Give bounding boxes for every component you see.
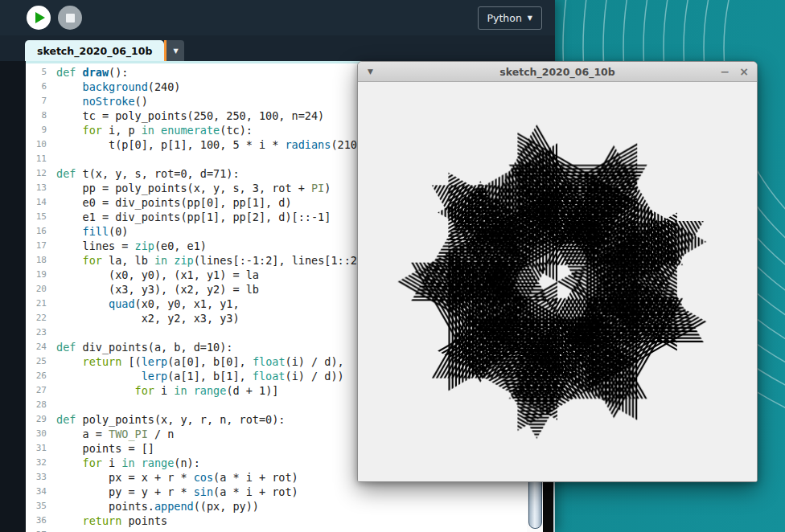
line-number: 10 <box>26 137 47 152</box>
window-menu-icon[interactable]: ▼ <box>368 68 373 76</box>
code-line-text[interactable]: points.append((px, py)) <box>26 499 259 514</box>
line-number: 16 <box>26 224 47 239</box>
chevron-down-icon: ▼ <box>528 14 532 22</box>
line-number: 26 <box>26 369 47 383</box>
line-number: 11 <box>26 152 47 166</box>
editor-toolbar: Python ▼ <box>0 0 555 35</box>
line-number: 7 <box>26 94 47 108</box>
mode-label: Python <box>487 12 522 24</box>
line-number: 5 <box>26 65 47 80</box>
code-line-text[interactable]: t(p[0], p[1], 100, 5 * i * radians(210)) <box>26 137 370 152</box>
code-line-text[interactable]: return points <box>26 514 167 528</box>
line-number: 36 <box>26 514 47 528</box>
line-number: 22 <box>26 311 47 325</box>
line-number: 15 <box>26 210 47 224</box>
tab-label: sketch_2020_06_10b <box>37 45 152 57</box>
code-line-text[interactable]: pp = poly_points(x, y, s, 3, rot + PI) <box>26 181 331 195</box>
code-line-text[interactable]: for i in range(d + 1)] <box>26 383 278 398</box>
code-line-text[interactable]: (x0, y0), (x1, y1) = la <box>26 268 259 282</box>
line-number: 25 <box>26 354 47 369</box>
tab-sketch[interactable]: sketch_2020_06_10b <box>25 40 164 61</box>
line-number: 24 <box>26 340 47 354</box>
line-number: 34 <box>26 485 47 499</box>
line-number: 9 <box>26 123 47 137</box>
line-number: 21 <box>26 297 47 311</box>
sketch-canvas-area <box>358 82 757 481</box>
code-line[interactable]: 36 return points <box>26 514 527 528</box>
stop-button[interactable] <box>58 6 82 30</box>
window-controls: − × <box>721 66 749 77</box>
line-number: 20 <box>26 282 47 297</box>
sketch-canvas <box>358 82 757 481</box>
code-line-text[interactable]: tc = poly_points(250, 250, 100, n=24) <box>26 108 324 123</box>
code-line-text[interactable]: a = TWO_PI / n <box>26 427 174 441</box>
code-line-text[interactable]: lines = zip(e0, e1) <box>26 239 207 253</box>
line-number: 8 <box>26 108 47 123</box>
minimize-button[interactable]: − <box>721 66 730 77</box>
code-line-text[interactable]: def poly_points(x, y, r, n, rot=0): <box>26 412 285 427</box>
line-number: 28 <box>26 398 47 412</box>
line-number: 6 <box>26 80 47 94</box>
tab-menu-button[interactable]: ▼ <box>166 40 184 61</box>
tab-bar: sketch_2020_06_10b ▼ <box>0 35 555 61</box>
code-line-text[interactable]: def t(x, y, s, rot=0, d=71): <box>26 166 240 181</box>
sketch-window-titlebar[interactable]: ▼ sketch_2020_06_10b − × <box>358 62 757 82</box>
line-number: 13 <box>26 181 47 195</box>
code-line-text[interactable]: quad(x0, y0, x1, y1, <box>26 297 240 311</box>
code-line-text[interactable]: for la, lb in zip(lines[:-1:2], lines[1:… <box>26 253 376 268</box>
code-line-text[interactable]: (x3, y3), (x2, y2) = lb <box>26 282 259 297</box>
code-line-text[interactable]: def div_points(a, b, d=10): <box>26 340 232 354</box>
code-line[interactable]: 37 <box>26 528 527 532</box>
code-line-text[interactable]: lerp(a[1], b[1], float(i) / d)) <box>26 369 344 383</box>
code-line-text[interactable]: px = x + r * cos(a * i + rot) <box>26 470 298 485</box>
mode-selector-button[interactable]: Python ▼ <box>478 6 543 30</box>
line-number: 30 <box>26 427 47 441</box>
line-number: 17 <box>26 239 47 253</box>
line-number: 33 <box>26 470 47 485</box>
code-line-text[interactable]: for i, p in enumerate(tc): <box>26 123 253 137</box>
code-line-text[interactable]: return [(lerp(a[0], b[0], float(i) / d), <box>26 354 344 369</box>
code-line-text[interactable]: background(240) <box>26 80 180 94</box>
code-line-text[interactable]: e1 = div_points(pp[1], pp[2], d)[::-1] <box>26 210 331 224</box>
line-number-gutter <box>0 61 26 532</box>
line-number: 32 <box>26 456 47 470</box>
line-number: 27 <box>26 383 47 398</box>
line-number: 35 <box>26 499 47 514</box>
code-line[interactable]: 34 py = y + r * sin(a * i + rot) <box>26 485 527 499</box>
stop-icon <box>66 14 75 23</box>
line-number: 12 <box>26 166 47 181</box>
code-line-text[interactable]: for i in range(n): <box>26 456 200 470</box>
line-number: 19 <box>26 268 47 282</box>
code-line-text[interactable]: py = y + r * sin(a * i + rot) <box>26 485 298 499</box>
line-number: 29 <box>26 412 47 427</box>
code-line[interactable]: 35 points.append((px, py)) <box>26 499 527 514</box>
line-number: 23 <box>26 325 47 340</box>
sketch-window-title: sketch_2020_06_10b <box>358 66 757 78</box>
code-line-text[interactable]: x2, y2, x3, y3) <box>26 311 240 325</box>
sketch-output-window: ▼ sketch_2020_06_10b − × <box>357 61 758 482</box>
line-number: 14 <box>26 195 47 210</box>
line-number: 18 <box>26 253 47 268</box>
line-number: 31 <box>26 441 47 456</box>
chevron-down-icon: ▼ <box>173 47 178 55</box>
line-number: 37 <box>26 528 47 532</box>
run-button[interactable] <box>27 6 51 30</box>
code-line-text[interactable]: e0 = div_points(pp[0], pp[1], d) <box>26 195 292 210</box>
close-button[interactable]: × <box>739 66 749 77</box>
play-icon <box>35 12 45 23</box>
